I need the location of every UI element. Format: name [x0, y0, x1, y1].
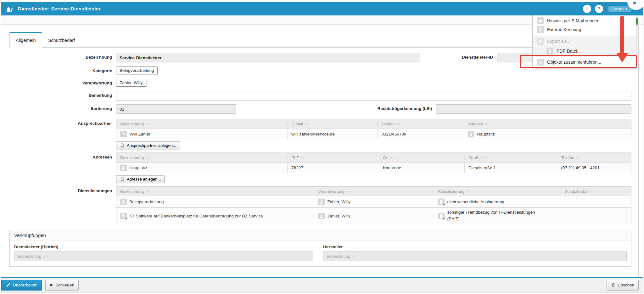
service-owner: Zahler, Willy: [327, 199, 350, 204]
kategorie-label: Kategorie: [9, 66, 116, 73]
col-adresse[interactable]: Adresse ∧∨: [464, 122, 631, 126]
address-name: Hauptsitz: [129, 165, 147, 170]
table-header-row: Bezeichnung ▲▽ Verantwortung ∧∨ Klassifi…: [116, 187, 631, 196]
edit-icon: [537, 26, 544, 33]
col-telefon[interactable]: Telefon ∧∨: [557, 155, 631, 160]
svg-text:✱: ✱: [121, 179, 123, 182]
pdf-file-icon: A: [546, 48, 553, 55]
sort-icon[interactable]: ▲▽: [145, 156, 151, 159]
building-icon: [120, 164, 127, 171]
col-email[interactable]: E-Mail ∧∨: [287, 122, 377, 126]
dienstleister-betrieb-label: Dienstleister (Betrieb): [14, 245, 313, 249]
person-icon: [318, 213, 325, 219]
col-telefon[interactable]: Telefon ∧∨: [377, 122, 464, 126]
new-document-icon: ✱: [120, 143, 125, 148]
service-classification: nicht wesentliche Auslagerung: [447, 199, 504, 204]
verantwortung-label: Verantwortung: [9, 79, 116, 85]
table-row[interactable]: ⚙ Belegverarbeitung Zahler, Willy: [116, 196, 631, 207]
sort-icon[interactable]: ∧∨: [482, 156, 487, 159]
col-bezeichnung[interactable]: Bezeichnung ▲▽: [116, 155, 287, 160]
info-icon[interactable]: i: [583, 5, 591, 13]
sort-icon[interactable]: ∧∨: [396, 122, 400, 125]
adressen-table: Bezeichnung ▲▽ PLZ ∧∨ Ort ∧∨: [116, 153, 631, 173]
extras-label: Extras: [611, 7, 623, 11]
service-owner: Zahler, Willy: [327, 214, 350, 218]
sort-icon[interactable]: ▲▽: [145, 190, 151, 193]
tab-allgemein[interactable]: Allgemein: [9, 32, 42, 48]
section-adressen: Adressen Bezeichnung ▲▽ PLZ ∧∨: [9, 153, 631, 183]
extras-button[interactable]: Extras ▼: [608, 6, 632, 12]
adressen-label: Adressen: [9, 153, 116, 159]
col-plz[interactable]: PLZ ∧∨: [287, 155, 379, 160]
address-strasse: Dieselstraße 1: [468, 165, 496, 170]
bezeichnung-input[interactable]: [116, 53, 420, 62]
lei-input[interactable]: [436, 104, 631, 114]
sort-icon[interactable]: ∧∨: [300, 156, 305, 159]
sort-icon[interactable]: ∧∨: [466, 190, 470, 193]
sort-icon[interactable]: ∧∨: [346, 190, 350, 193]
col-strasse[interactable]: Straße ∧∨: [464, 155, 557, 160]
dienstleister-betrieb-header: Bezeichnung ▲▽: [14, 251, 313, 261]
tab-schutzbedarf[interactable]: Schutzbedarf: [42, 33, 81, 47]
col-ort[interactable]: Ort ∧∨: [379, 155, 464, 160]
col-bezeichnung[interactable]: Bezeichnung ▲▽: [116, 122, 287, 126]
chevron-down-icon: ▼: [625, 7, 628, 10]
dienstleistungen-table: Bezeichnung ▲▽ Verantwortung ∧∨ Klassifi…: [116, 186, 631, 224]
sort-icon[interactable]: ∧∨: [590, 190, 595, 193]
export-icon: [537, 38, 544, 45]
row-bemerkung: Bemerkung: [9, 91, 631, 101]
sort-icon[interactable]: ∧∨: [576, 156, 580, 159]
window-title: Dienstleister: Service-Dienstleister: [18, 6, 101, 12]
help-icon[interactable]: ?: [595, 5, 603, 13]
col-verantwortung[interactable]: Verantwortung ∧∨: [314, 189, 434, 194]
contact-phone: 0321/456789: [381, 132, 406, 136]
verknuepfungen-panel: Verknüpfungen Dienstleister (Betrieb) Be…: [9, 230, 631, 267]
schliessen-button[interactable]: ✖ Schließen: [45, 280, 79, 291]
verantwortung-chip[interactable]: Zahler, Willy: [116, 79, 146, 87]
kategorie-chip[interactable]: Belegverarbeitung: [116, 66, 158, 74]
loeschen-button[interactable]: Löschen: [607, 280, 639, 291]
svg-text:✱: ✱: [121, 145, 123, 148]
sort-icon[interactable]: ∧∨: [390, 156, 395, 159]
contact-address: Hauptsitz: [477, 132, 495, 136]
add-adresse-button[interactable]: ✱ Adresse anlegen...: [116, 175, 165, 183]
verknuepfungen-title: Verknüpfungen: [10, 230, 631, 240]
edit-pencil-icon: [6, 283, 10, 287]
dienstleister-id-label: Dienstleister-ID: [420, 53, 497, 60]
hersteller-label: Hersteller: [323, 245, 627, 249]
col-klassifizierung[interactable]: Klassifizierung ∧∨: [434, 189, 560, 194]
ansprechpartner-label: Ansprechpartner: [9, 119, 116, 126]
dienstleistungen-label: Dienstleistungen: [9, 186, 116, 193]
sort-icon[interactable]: ▲▽: [145, 122, 151, 125]
close-x-icon: ✖: [50, 283, 53, 287]
sortierung-label: Sortierung: [9, 104, 116, 111]
table-header-row: Bezeichnung ▲▽ E-Mail ∧∨ Telefon ∧∨: [116, 119, 631, 129]
ueberarbeiten-button[interactable]: Überarbeiten: [1, 280, 42, 291]
ansprechpartner-table: Bezeichnung ▲▽ E-Mail ∧∨ Telefon ∧∨: [116, 119, 631, 139]
sort-icon[interactable]: ∧∨: [305, 122, 309, 125]
bemerkung-input[interactable]: [116, 91, 631, 101]
table-header-row: Bezeichnung ▲▽ PLZ ∧∨ Ort ∧∨: [116, 153, 631, 162]
service-provider-icon: [5, 5, 14, 13]
sort-icon[interactable]: ∧∨: [484, 122, 489, 125]
row-sortierung: Sortierung Rechtsträgerkennung (LEI): [9, 104, 631, 114]
sortierung-input[interactable]: [116, 104, 236, 114]
address-telefon: (07 21) 49 05 - 4201: [561, 165, 599, 170]
table-row[interactable]: Willi Zahler willi.zahler@service.de 032…: [116, 129, 631, 139]
row-verantwortung: Verantwortung Zahler, Willy: [9, 79, 631, 87]
classification-check-icon: ✔: [438, 213, 445, 219]
footer-toolbar: Überarbeiten ✖ Schließen Löschen: [1, 277, 643, 292]
col-bezeichnung[interactable]: Bezeichnung ▲▽: [116, 189, 314, 194]
section-ansprechpartner: Ansprechpartner Bezeichnung ▲▽ E-Mail ∧∨: [9, 119, 631, 149]
annotation-arrow: [620, 16, 624, 53]
mail-icon: [537, 17, 544, 24]
table-row[interactable]: ⚙ ✔ K7 Software auf Bankarbeitsplatz für…: [116, 207, 631, 224]
annotation-arrow-head: [616, 53, 628, 62]
service-classification: sonstiger Fremdbezug von IT-Dienstleistu…: [447, 209, 545, 222]
classification-check-icon: ✔: [438, 199, 445, 205]
close-icon[interactable]: ✖: [633, 1, 636, 6]
col-schutzbedarf[interactable]: Schutzbedarf ∧∨: [561, 189, 631, 194]
address-plz: 76227: [291, 165, 303, 170]
table-row[interactable]: Hauptsitz 76227 Karlsruhe Dieselstraße 1…: [116, 162, 631, 173]
add-ansprechpartner-button[interactable]: ✱ Ansprechpartner anlegen...: [116, 141, 180, 149]
